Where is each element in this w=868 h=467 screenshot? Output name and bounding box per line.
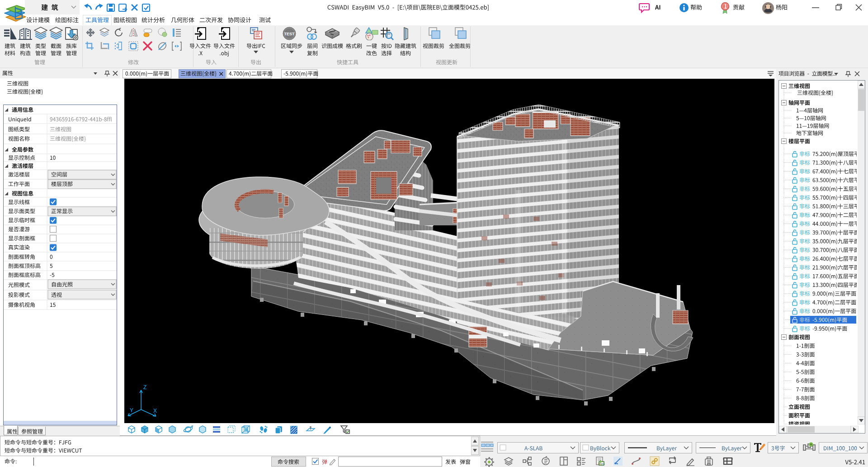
svg-text:Y: Y: [130, 407, 133, 414]
svg-text:X: X: [153, 408, 157, 414]
svg-text:Z: Z: [143, 384, 146, 391]
